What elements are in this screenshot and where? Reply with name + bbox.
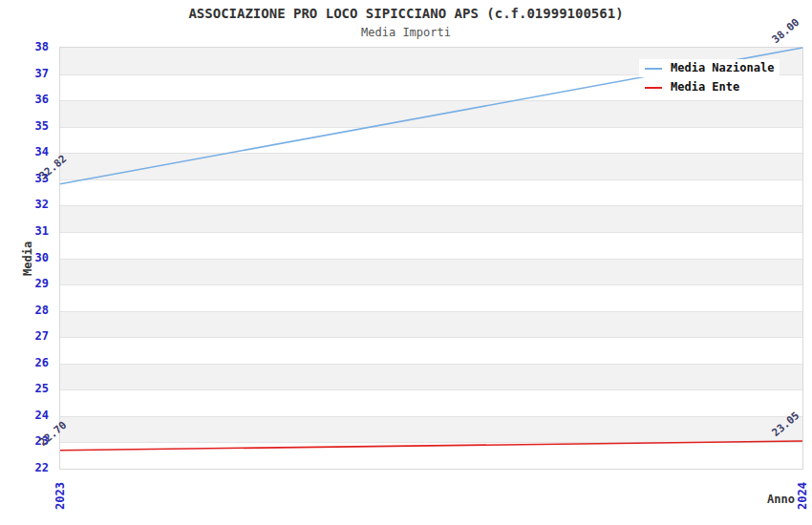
y-tick-label: 24: [1, 408, 49, 423]
y-tick-label: 38: [1, 39, 49, 54]
y-tick-label: 32: [1, 197, 49, 212]
y-tick-label: 31: [1, 223, 49, 239]
legend-label: Media Nazionale: [671, 61, 774, 75]
legend: Media NazionaleMedia Ente: [639, 59, 780, 96]
x-tick-label: 2024: [796, 482, 809, 510]
legend-item: Media Ente: [639, 78, 745, 96]
y-tick-label: 34: [1, 144, 49, 159]
chart-title: ASSOCIAZIONE PRO LOCO SIPICCIANO APS (c.…: [0, 6, 812, 21]
plot-area: 32.8238.0022.7023.05 Media NazionaleMedi…: [59, 47, 803, 470]
y-tick-label: 29: [1, 276, 49, 291]
chart-subtitle: Media Importi: [0, 26, 812, 39]
legend-line-swatch: [645, 68, 662, 70]
x-tick-label: 2023: [53, 482, 67, 510]
series-line: [60, 441, 802, 451]
legend-item: Media Nazionale: [639, 59, 780, 77]
legend-line-swatch: [645, 87, 662, 89]
series-lines: [60, 48, 802, 469]
y-tick-label: 35: [1, 118, 49, 134]
y-tick-label: 28: [1, 303, 49, 318]
y-axis-tick-labels: 3837363534333231302928272625242322: [0, 47, 53, 468]
y-tick-label: 25: [1, 381, 49, 396]
y-tick-label: 37: [1, 66, 49, 81]
y-tick-label: 36: [1, 92, 49, 107]
chart-figure: ASSOCIAZIONE PRO LOCO SIPICCIANO APS (c.…: [0, 0, 812, 525]
y-tick-label: 30: [1, 250, 49, 265]
y-tick-label: 27: [1, 328, 49, 344]
y-tick-label: 26: [1, 355, 49, 370]
legend-label: Media Ente: [671, 80, 739, 94]
x-axis-title: Anno: [767, 493, 795, 506]
y-tick-label: 22: [1, 460, 49, 475]
